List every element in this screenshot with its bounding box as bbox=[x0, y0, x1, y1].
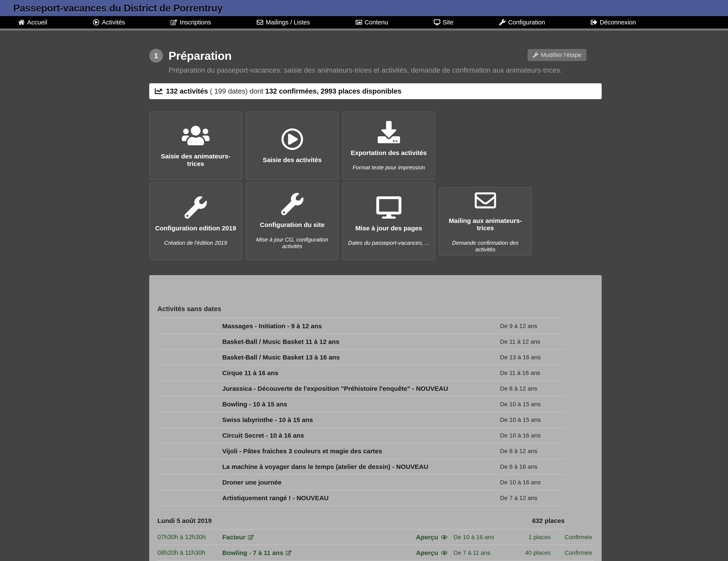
page: Passeport-vacances du District de Porren… bbox=[0, 0, 728, 561]
activity-age: De 8 à 12 ans bbox=[500, 385, 565, 392]
stats-joiner: dont bbox=[249, 87, 263, 95]
stats-bar: 132 activités ( 199 dates) dont 132 conf… bbox=[149, 83, 602, 99]
activity-name: Swiss labyrinthe - 10 à 15 ans bbox=[222, 416, 500, 424]
nav-item-deconnexion[interactable]: Déconnexion bbox=[591, 19, 636, 26]
preview-link[interactable]: Aperçu bbox=[407, 549, 448, 557]
play-circle-icon bbox=[93, 19, 99, 25]
card-exportation-activites[interactable]: Exportation des activités Format texte p… bbox=[342, 112, 435, 180]
activity-name: Basket-Ball / Music Basket 13 à 16 ans bbox=[222, 354, 500, 361]
activity-age: De 7 à 12 ans bbox=[500, 495, 565, 501]
table-row: Droner une journée De 10 à 16 ans bbox=[157, 475, 565, 490]
table-row: Artistiquement rangé ! - NOUVEAU De 7 à … bbox=[157, 490, 565, 506]
card-saisie-activites[interactable]: Saisie des activités bbox=[246, 112, 339, 180]
nav-item-label: Configuration bbox=[508, 19, 545, 26]
activity-name: Cirque 11 à 16 ans bbox=[222, 369, 500, 377]
modify-step-label: Modifier l'étape bbox=[541, 52, 581, 58]
activity-places: 1 places bbox=[516, 534, 551, 541]
users-icon bbox=[181, 124, 211, 147]
activity-age: De 10 à 15 ans bbox=[500, 416, 565, 423]
activity-places: 40 places bbox=[516, 549, 551, 556]
nav-item-label: Inscriptions bbox=[180, 19, 211, 26]
activity-age: De 10 à 16 ans bbox=[500, 479, 565, 486]
activity-name: Vijoli - Pâtes fraiches 3 couleurs et ma… bbox=[222, 448, 500, 455]
activity-name-link[interactable]: Facteur bbox=[222, 534, 407, 541]
activity-name-link[interactable]: Bowling - 7 à 11 ans bbox=[222, 549, 407, 557]
home-icon bbox=[18, 19, 25, 25]
dated-activities-table: 07h30h à 12h30h Facteur Aperçu De 10 à 1… bbox=[157, 530, 594, 561]
activity-name: Circuit Secret - 10 à 16 ans bbox=[222, 432, 500, 439]
eye-icon bbox=[441, 534, 448, 540]
cards-row-1: Saisie des animateurs-trices Saisie des … bbox=[149, 112, 602, 180]
monitor-icon bbox=[434, 19, 440, 25]
card-configuration-edition[interactable]: Configuration edition 2019 Création de l… bbox=[149, 182, 242, 260]
table-row: Swiss labyrinthe - 10 à 15 ans De 10 à 1… bbox=[157, 412, 565, 428]
nav-item-label: Contenu bbox=[365, 19, 388, 26]
envelope-icon bbox=[474, 190, 497, 211]
main-content: 1 Préparation Modifier l'étape Préparati… bbox=[149, 49, 602, 561]
nav-item-inscriptions[interactable]: Inscriptions bbox=[171, 19, 211, 26]
nav-item-contenu[interactable]: Contenu bbox=[356, 19, 388, 26]
image-icon bbox=[356, 19, 362, 25]
activity-age: De 8 à 12 ans bbox=[500, 448, 565, 455]
activity-name: Artistiquement rangé ! - NOUVEAU bbox=[222, 494, 500, 502]
eye-icon bbox=[441, 550, 448, 556]
nav-item-label: Accueil bbox=[27, 19, 47, 26]
no-date-section-title: Activités sans dates bbox=[157, 305, 602, 313]
nav-item-accueil[interactable]: Accueil bbox=[18, 19, 47, 26]
stats-dates: ( 199 dates) bbox=[210, 87, 248, 95]
step-title: Préparation bbox=[169, 49, 232, 62]
modify-step-button[interactable]: Modifier l'étape bbox=[528, 49, 586, 61]
card-saisie-animateurs[interactable]: Saisie des animateurs-trices bbox=[149, 112, 242, 180]
preview-link[interactable]: Aperçu bbox=[407, 534, 448, 541]
monitor-icon bbox=[376, 196, 402, 219]
activity-name: La machine à voyager dans le temps (atel… bbox=[222, 463, 500, 470]
edit-icon bbox=[248, 534, 254, 540]
table-row: 07h30h à 12h30h Facteur Aperçu De 10 à 1… bbox=[157, 530, 594, 545]
card-subtitle: Mise à jour CG, configuration activités bbox=[251, 236, 333, 250]
activity-age: De 10 à 16 ans bbox=[500, 432, 565, 439]
activity-age: De 9 à 12 ans bbox=[500, 323, 565, 330]
table-row: Basket-Ball / Music Basket 11 à 12 ans D… bbox=[157, 334, 565, 350]
activity-age: De 6 à 16 ans bbox=[500, 463, 565, 470]
activity-name: Droner une journée bbox=[222, 479, 500, 486]
page-title: Passeport-vacances du District de Porren… bbox=[13, 2, 223, 14]
activities-panel: Activités sans dates Massages - Initiati… bbox=[149, 275, 602, 561]
table-row: Circuit Secret - 10 à 16 ans De 10 à 16 … bbox=[157, 428, 565, 443]
activity-name: Basket-Ball / Music Basket 11 à 12 ans bbox=[222, 338, 500, 345]
activity-time: 08h20h à 11h30h bbox=[157, 549, 222, 556]
places-total: 632 places bbox=[532, 517, 565, 524]
card-subtitle: Format texte pour impression bbox=[352, 164, 425, 171]
card-title: Mailing aux animateurs-trices bbox=[445, 217, 526, 232]
line-chart-icon bbox=[155, 87, 163, 95]
nav-item-activites[interactable]: Activités bbox=[93, 19, 125, 26]
status-label: Confirmée bbox=[551, 549, 594, 556]
card-title: Configuration edition 2019 bbox=[155, 225, 236, 232]
main-nav: Accueil Activités Inscriptions Mailings … bbox=[0, 16, 728, 28]
nav-item-label: Site bbox=[443, 19, 454, 26]
stats-confirmed: 132 confirmées, bbox=[265, 87, 319, 95]
nav-item-mailings[interactable]: Mailings / Listes bbox=[257, 19, 310, 26]
table-row: Massages - Initiation - 9 à 12 ans De 9 … bbox=[157, 318, 565, 334]
nav-item-configuration[interactable]: Configuration bbox=[499, 19, 545, 26]
card-title: Mise à jour des pages bbox=[355, 225, 422, 232]
table-row: Basket-Ball / Music Basket 13 à 16 ans D… bbox=[157, 350, 565, 365]
step-description: Préparation du passeport-vacances: saisi… bbox=[169, 66, 602, 74]
table-row: Cirque 11 à 16 ans De 11 à 16 ans bbox=[157, 365, 565, 381]
stats-places: 2993 places disponibles bbox=[321, 87, 401, 95]
card-mise-a-jour-pages[interactable]: Mise à jour des pages Dates du passeport… bbox=[342, 182, 435, 260]
activity-age: De 10 à 16 ans bbox=[448, 534, 516, 541]
step-header: 1 Préparation Modifier l'étape bbox=[149, 49, 602, 63]
activity-age: De 10 à 15 ans bbox=[500, 401, 565, 408]
wrench-icon bbox=[499, 19, 506, 25]
card-mailing-animateurs[interactable]: Mailing aux animateurs-trices Demande co… bbox=[439, 187, 532, 255]
status-label: Confirmée bbox=[551, 534, 594, 541]
cards-row-2: Configuration edition 2019 Création de l… bbox=[149, 182, 602, 260]
nav-item-site[interactable]: Site bbox=[434, 19, 454, 26]
table-row: La machine à voyager dans le temps (atel… bbox=[157, 459, 565, 475]
envelope-icon bbox=[257, 19, 263, 25]
activity-name: Bowling - 10 à 15 ans bbox=[222, 401, 500, 408]
table-row: Bowling - 10 à 15 ans De 10 à 15 ans bbox=[157, 397, 565, 412]
edit-icon bbox=[171, 19, 177, 25]
card-configuration-site[interactable]: Configuration du site Mise à jour CG, co… bbox=[246, 182, 339, 260]
activity-time: 07h30h à 12h30h bbox=[157, 534, 222, 541]
